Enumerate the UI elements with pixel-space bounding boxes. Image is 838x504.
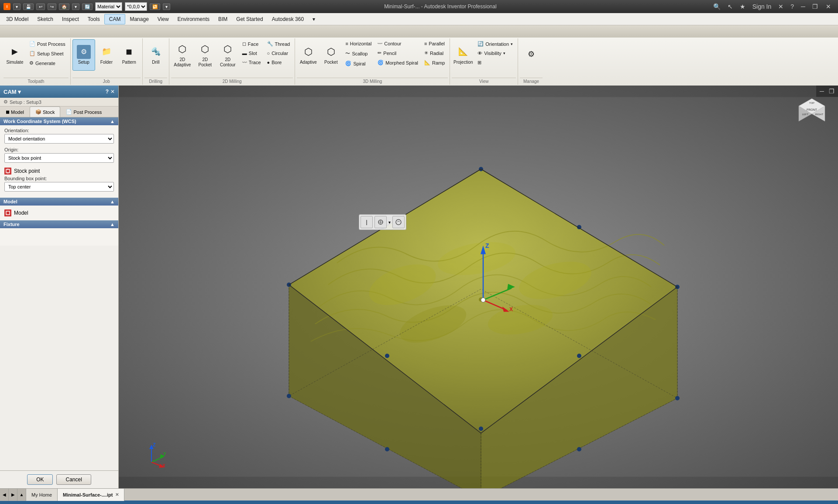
contour-button[interactable]: 〰 Contour [374, 39, 421, 48]
minimize-btn[interactable]: ─ [798, 2, 808, 11]
pencil-icon: ✏ [378, 50, 381, 56]
material-select[interactable]: Material [95, 2, 122, 11]
tb-redo-btn[interactable]: ↪ [48, 3, 56, 10]
zoom-select[interactable]: *0,0,0 [125, 2, 147, 11]
manage-extra-button[interactable]: ⚙ [520, 39, 543, 71]
morphed-spiral-button[interactable]: 🌀 Morphed Spiral [374, 58, 421, 67]
menu-bim[interactable]: BIM [214, 14, 232, 24]
tab-model[interactable]: ◼ Model [0, 106, 30, 117]
menu-view[interactable]: View [153, 14, 173, 24]
fixture-section-header[interactable]: Fixture ▲ [0, 220, 118, 228]
menu-cam[interactable]: CAM [104, 14, 126, 24]
tb-file-btn[interactable]: ▾ [13, 3, 21, 10]
svg-text:X: X [162, 463, 165, 468]
orientation-button[interactable]: 🔄 Orientation ▾ [474, 39, 516, 48]
tb-home-btn[interactable]: 🏠 [59, 3, 69, 10]
pattern-button[interactable]: ◼ Pattern [118, 39, 141, 71]
search-btn[interactable]: 🔍 [711, 2, 723, 11]
face-button[interactable]: ◻ Face [239, 39, 264, 48]
viewport-minimize-btn[interactable]: ─ [817, 87, 826, 96]
tab-minimal-surface-close[interactable]: ✕ [115, 492, 119, 497]
setup-button[interactable]: ⚙ Setup [72, 39, 95, 71]
restore-btn[interactable]: ❐ [810, 2, 821, 11]
tb-update-btn[interactable]: 🔄 [82, 3, 93, 10]
projection-button[interactable]: 📐 Projection [452, 39, 474, 71]
close-btn[interactable]: ✕ [822, 2, 835, 11]
left-panel: CAM ▾ ? ✕ ⚙ Setup : Setup3 ◼ Model 📦 Sto… [0, 86, 119, 488]
panel-help-btn[interactable]: ? [106, 89, 109, 95]
origin-select[interactable]: Stock box point [4, 153, 114, 163]
model-section-header[interactable]: Model ▲ [0, 198, 118, 206]
panel-close-btn[interactable]: ✕ [110, 89, 115, 95]
ribbon-section-content-job: ⚙ Setup 📁 Folder ◼ Pattern [72, 39, 141, 77]
menu-manage[interactable]: Manage [125, 14, 153, 24]
bounding-box-select[interactable]: Top center [4, 182, 114, 192]
spiral-button[interactable]: 🌀 Spiral [342, 59, 374, 68]
parallel-button[interactable]: ≡ Parallel [421, 39, 448, 48]
pencil-button[interactable]: ✏ Pencil [374, 48, 421, 58]
tab-scroll-up[interactable]: ▲ [17, 489, 26, 501]
viewport-restore-btn[interactable]: ❐ [827, 87, 837, 96]
menu-sketch[interactable]: Sketch [33, 14, 58, 24]
favorites-btn[interactable]: ★ [737, 2, 748, 11]
thread-button[interactable]: 🔧 Thread [264, 39, 293, 48]
circular-button[interactable]: ○ Circular [264, 49, 293, 58]
wcs-section-header[interactable]: Work Coordinate System (WCS) ▲ [0, 117, 118, 125]
ok-button[interactable]: OK [27, 474, 53, 485]
tb-extra-btn[interactable]: ▾ [72, 3, 79, 10]
menu-inspect[interactable]: Inspect [58, 14, 83, 24]
drill-button[interactable]: 🔩 Drill [144, 39, 167, 71]
ctx-btn-2[interactable] [374, 216, 387, 228]
menu-get-started[interactable]: Get Started [232, 14, 267, 24]
tb-sync-btn[interactable]: 🔁 [150, 3, 160, 10]
menu-tools[interactable]: Tools [83, 14, 104, 24]
tab-post-process-label: Post Process [73, 110, 102, 115]
menu-autodesk360[interactable]: Autodesk 360 [268, 14, 308, 24]
ctx-btn-1[interactable]: | [361, 216, 373, 228]
viewport[interactable]: Z X | ▾ [119, 86, 838, 488]
tab-minimal-surface[interactable]: Minimal-Surface-....ipt ✕ [58, 489, 124, 501]
ctx-btn-3[interactable] [392, 216, 405, 228]
tab-my-home[interactable]: My Home [26, 489, 58, 501]
2d-contour-button[interactable]: ⬡ 2D Contour [216, 39, 239, 71]
2d-pocket-button[interactable]: ⬡ 2D Pocket [194, 39, 216, 71]
scallop-button[interactable]: 〜 Scallop [342, 48, 374, 58]
adaptive-button[interactable]: ⬡ Adaptive [297, 39, 319, 71]
tab-my-home-label: My Home [31, 492, 52, 497]
help-btn[interactable]: ? [788, 2, 797, 11]
generate-button[interactable]: ⚙ Generate [26, 58, 69, 68]
pocket-button[interactable]: ⬡ Pocket [319, 39, 342, 71]
simulate-button[interactable]: ▶ Simulate [3, 39, 26, 71]
viewport-svg: Z X [119, 86, 838, 488]
view-extra-button[interactable]: ⊞ [474, 58, 516, 67]
cursor-btn[interactable]: ↖ [725, 2, 735, 11]
menu-3dmodel[interactable]: 3D Model [2, 14, 33, 24]
folder-button[interactable]: 📁 Folder [95, 39, 118, 71]
tab-stock[interactable]: 📦 Stock [30, 106, 61, 117]
trace-button[interactable]: 〰 Trace [239, 58, 264, 67]
tab-model-icon: ◼ [6, 109, 10, 115]
slot-button[interactable]: ▬ Slot [239, 49, 264, 58]
tab-scroll-left[interactable]: ◀ [0, 489, 9, 501]
radial-button[interactable]: ✳ Radial [421, 48, 448, 58]
menu-extra[interactable]: ▾ [308, 14, 319, 24]
tb-undo-btn[interactable]: ↩ [36, 3, 45, 10]
tb-save-btn[interactable]: 💾 [23, 3, 34, 10]
horizontal-button[interactable]: ≡ Horizontal [342, 39, 374, 48]
setup-sheet-button[interactable]: 📋 Setup Sheet [26, 49, 69, 58]
tb-arrow-btn[interactable]: ▾ [163, 3, 170, 10]
sign-in-btn[interactable]: Sign In [750, 2, 774, 11]
bore-button[interactable]: ● Bore [264, 58, 293, 67]
cancel-button[interactable]: Cancel [56, 474, 91, 485]
nav-cube[interactable]: FRONT LEFT RIGHT TOP [794, 94, 829, 129]
tab-scroll-right[interactable]: ▶ [9, 489, 17, 501]
orientation-select[interactable]: Model orientation [4, 134, 114, 144]
menu-environments[interactable]: Environments [173, 14, 214, 24]
visibility-button[interactable]: 👁 Visibility ▾ [474, 49, 516, 58]
ramp-button[interactable]: 📐 Ramp [421, 58, 448, 67]
post-process-button[interactable]: 📄 Post Process [26, 39, 69, 48]
tab-post-process[interactable]: 📄 Post Process [60, 106, 107, 117]
2d-adaptive-button[interactable]: ⬡ 2D Adaptive [171, 39, 194, 71]
ribbon-tabs [0, 25, 838, 38]
info-btn[interactable]: ✕ [776, 2, 786, 11]
